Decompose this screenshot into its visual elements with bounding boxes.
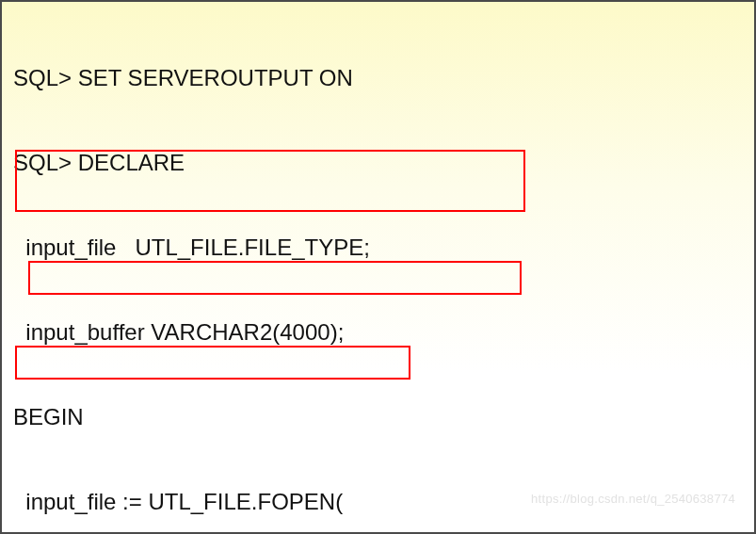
code-line: SQL> SET SERVEROUTPUT ON: [13, 64, 743, 92]
watermark-text: https://blog.csdn.net/q_2540638774: [531, 485, 735, 513]
code-line: input_file UTL_FILE.FILE_TYPE;: [13, 234, 743, 262]
sql-plsql-code-block: SQL> SET SERVEROUTPUT ON SQL> DECLARE in…: [13, 8, 743, 534]
code-line: SQL> DECLARE: [13, 149, 743, 177]
code-screenshot-container: SQL> SET SERVEROUTPUT ON SQL> DECLARE in…: [0, 0, 756, 534]
code-line: input_buffer VARCHAR2(4000);: [13, 318, 743, 347]
code-line: BEGIN: [13, 403, 743, 431]
